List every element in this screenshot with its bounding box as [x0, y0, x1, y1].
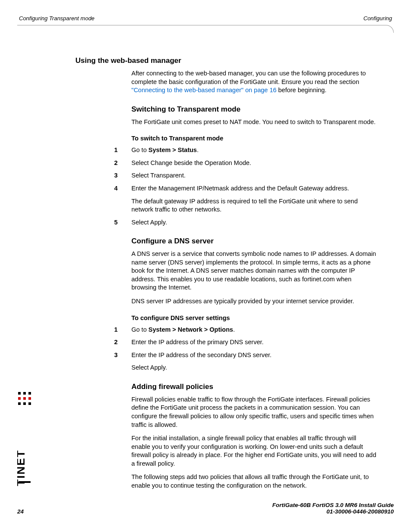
heading-firewall-policies: Adding firewall policies [131, 383, 377, 391]
paragraph: The FortiGate unit comes preset to NAT m… [131, 118, 377, 127]
footer-title: FortiGate-60B FortiOS 3.0 MR6 Install Gu… [272, 502, 394, 508]
paragraph: A DNS server is a service that converts … [131, 250, 377, 292]
text: . [233, 326, 235, 333]
svg-rect-0 [18, 392, 21, 395]
text: After connecting to the web-based manage… [131, 70, 366, 85]
text: Go to [131, 326, 149, 333]
text: . [197, 146, 199, 153]
step-number: 1 [75, 146, 131, 155]
step-text: Go to System > Status. [131, 146, 377, 155]
step-text: Enter the Management IP/Netmask address … [131, 184, 377, 214]
step-text: Select Change beside the Operation Mode. [131, 159, 377, 168]
step-number: 2 [75, 159, 131, 168]
step-number: 5 [75, 218, 131, 227]
svg-rect-4 [23, 397, 26, 400]
header-rule [17, 25, 394, 33]
step-number: 1 [75, 326, 131, 334]
svg-rect-7 [23, 402, 26, 405]
footer-docid: 01-30006-0446-20080910 [272, 508, 394, 515]
fortinet-logo-icon: F RTINET [17, 392, 32, 487]
step-text: Select Apply. [131, 218, 377, 227]
header-left: Configuring Transparent mode [19, 15, 94, 22]
step-number: 3 [75, 351, 131, 372]
note-text: Select Apply. [131, 364, 377, 372]
procedure-title: To switch to Transparent mode [131, 135, 377, 142]
svg-rect-3 [18, 397, 21, 400]
step-text: Enter the IP address of the secondary DN… [131, 351, 377, 372]
paragraph: Firewall policies enable traffic to flow… [131, 395, 377, 429]
svg-rect-1 [23, 392, 26, 395]
step-text: Enter the IP address of the primary DNS … [131, 338, 377, 347]
text: Go to [131, 146, 149, 153]
link-connecting[interactable]: "Connecting to the web-based manager" on… [131, 87, 277, 93]
heading-using-web-manager: Using the web-based manager [75, 56, 377, 65]
page-number: 24 [17, 508, 24, 515]
paragraph: For the initial installation, a single f… [131, 434, 377, 468]
heading-configure-dns: Configure a DNS server [131, 237, 377, 246]
svg-rect-6 [18, 402, 21, 405]
svg-rect-5 [28, 397, 31, 400]
text: Enter the IP address of the secondary DN… [131, 351, 377, 360]
svg-rect-10 [19, 481, 31, 483]
svg-rect-2 [28, 392, 31, 395]
step-number: 2 [75, 338, 131, 347]
menu-path: System > Network > Options [149, 326, 234, 333]
heading-switching-transparent: Switching to Transparent mode [131, 105, 377, 114]
svg-rect-8 [28, 402, 31, 405]
text: before beginning. [277, 87, 327, 93]
step-text: Go to System > Network > Options. [131, 326, 377, 334]
header-right: Configuring [364, 15, 392, 22]
paragraph: DNS server IP addresses are typically pr… [131, 297, 377, 306]
step-text: Select Transparent. [131, 171, 377, 180]
paragraph: The following steps add two policies tha… [131, 473, 377, 490]
step-number: 4 [75, 184, 131, 214]
step-number: 3 [75, 171, 131, 180]
note-text: The default gateway IP address is requir… [131, 197, 377, 214]
paragraph: After connecting to the web-based manage… [131, 69, 377, 95]
text: Enter the Management IP/Netmask address … [131, 184, 377, 193]
menu-path: System > Status [149, 146, 197, 153]
procedure-title: To configure DNS server settings [131, 314, 377, 321]
